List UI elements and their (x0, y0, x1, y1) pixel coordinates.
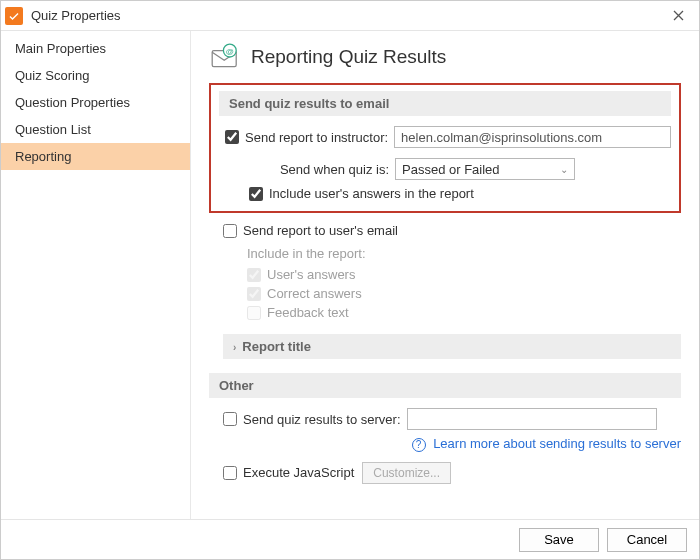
send-server-label: Send quiz results to server: (243, 412, 401, 427)
sidebar-item-question-properties[interactable]: Question Properties (1, 89, 190, 116)
sidebar-item-main-properties[interactable]: Main Properties (1, 35, 190, 62)
include-answers-label: Include user's answers in the report (269, 186, 474, 201)
email-results-group: Send quiz results to email Send report t… (209, 83, 681, 213)
reporting-icon: @ (209, 41, 241, 73)
close-button[interactable] (663, 4, 693, 28)
customize-button: Customize... (362, 462, 451, 484)
send-server-checkbox[interactable] (223, 412, 237, 426)
chevron-down-icon: ⌄ (560, 164, 568, 175)
titlebar: Quiz Properties (1, 1, 699, 31)
svg-text:@: @ (226, 47, 234, 56)
opt-feedback-checkbox (247, 306, 261, 320)
opt-correct-answers-checkbox (247, 287, 261, 301)
other-section-header: Other (209, 373, 681, 398)
send-instructor-row: Send report to instructor: (225, 130, 388, 145)
send-when-select[interactable]: Passed or Failed ⌄ (395, 158, 575, 180)
dialog-footer: Save Cancel (1, 519, 699, 559)
page-title: Reporting Quiz Results (251, 46, 446, 68)
exec-js-checkbox[interactable] (223, 466, 237, 480)
send-instructor-checkbox[interactable] (225, 130, 239, 144)
opt-user-answers-checkbox (247, 268, 261, 282)
sidebar: Main Properties Quiz Scoring Question Pr… (1, 31, 191, 519)
send-user-email-checkbox[interactable] (223, 224, 237, 238)
cancel-button[interactable]: Cancel (607, 528, 687, 552)
app-icon (5, 7, 23, 25)
opt-user-answers-label: User's answers (267, 267, 355, 282)
include-answers-checkbox[interactable] (249, 187, 263, 201)
chevron-right-icon: › (233, 342, 236, 353)
send-when-value: Passed or Failed (402, 162, 500, 177)
report-title-expander[interactable]: ›Report title (223, 334, 681, 359)
help-icon: ? (412, 438, 426, 452)
content-pane: @ Reporting Quiz Results Send quiz resul… (191, 31, 699, 519)
learn-more-link[interactable]: Learn more about sending results to serv… (433, 436, 681, 451)
sidebar-item-quiz-scoring[interactable]: Quiz Scoring (1, 62, 190, 89)
window-title: Quiz Properties (31, 8, 663, 23)
sidebar-item-question-list[interactable]: Question List (1, 116, 190, 143)
send-instructor-label: Send report to instructor: (245, 130, 388, 145)
send-when-label: Send when quiz is: (249, 162, 389, 177)
opt-feedback-label: Feedback text (267, 305, 349, 320)
sidebar-item-reporting[interactable]: Reporting (1, 143, 190, 170)
instructor-email-input[interactable] (394, 126, 671, 148)
report-title-label: Report title (242, 339, 311, 354)
save-button[interactable]: Save (519, 528, 599, 552)
exec-js-label: Execute JavaScript (243, 465, 354, 480)
email-section-header: Send quiz results to email (219, 91, 671, 116)
opt-correct-answers-label: Correct answers (267, 286, 362, 301)
server-url-input[interactable] (407, 408, 657, 430)
include-in-report-header: Include in the report: (247, 246, 681, 261)
send-user-email-label: Send report to user's email (243, 223, 398, 238)
